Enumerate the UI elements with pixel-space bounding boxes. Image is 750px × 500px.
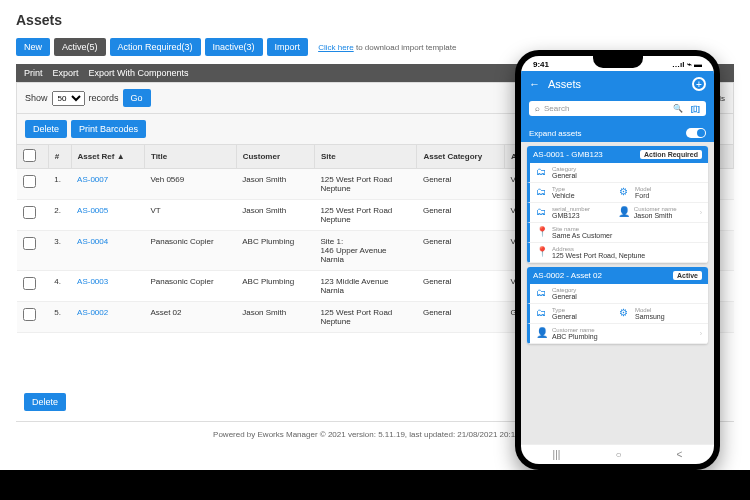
row-site: Site 1: 146 Upper Avenue Narnia [314,231,416,271]
go-button[interactable]: Go [123,89,151,107]
col-num[interactable]: # [48,145,71,169]
active-filter-button[interactable]: Active(5) [54,38,106,56]
row-title: Veh 0569 [144,169,236,200]
row-customer: ABC Plumbing [236,231,314,271]
row-num: 3. [48,231,71,271]
asset-ref-link[interactable]: AS-0003 [77,277,108,286]
col-category[interactable]: Asset Category [417,145,505,169]
delete-button-bottom[interactable]: Delete [24,393,66,411]
expand-label: Expand assets [529,129,581,138]
row-num: 2. [48,200,71,231]
select-all-checkbox[interactable] [23,149,36,162]
row-checkbox[interactable] [23,308,36,321]
nav-home-icon[interactable]: ○ [615,449,621,460]
page-title: Assets [16,12,734,28]
row-checkbox[interactable] [23,277,36,290]
action-required-filter-button[interactable]: Action Required(3) [110,38,201,56]
asset-card[interactable]: AS-0002 - Asset 02 Active 🗂 CategoryGene… [527,267,708,344]
row-title: Panasonic Copier [144,231,236,271]
type-icon: 🗂 [536,307,552,320]
asset-ref-link[interactable]: AS-0004 [77,237,108,246]
row-customer: Jason Smith [236,169,314,200]
row-checkbox[interactable] [23,175,36,188]
col-title[interactable]: Title [144,145,236,169]
asset-ref-link[interactable]: AS-0007 [77,175,108,184]
show-label: Show [25,93,48,103]
site-icon: 📍 [536,226,552,239]
phone-title: Assets [548,78,581,90]
category-icon: 🗂 [536,287,552,300]
category-icon: 🗂 [536,166,552,179]
export-link[interactable]: Export [53,68,79,78]
records-label: records [89,93,119,103]
status-badge: Action Required [640,150,702,159]
row-site: 125 West Port Road Neptune [314,200,416,231]
asset-card-title: AS-0002 - Asset 02 [533,271,602,280]
row-checkbox[interactable] [23,206,36,219]
asset-ref-link[interactable]: AS-0002 [77,308,108,317]
model-icon: ⚙ [619,186,635,199]
import-button[interactable]: Import [267,38,309,56]
col-site[interactable]: Site [314,145,416,169]
phone-signal-icon: …ıl ⌁ ▬ [672,60,702,69]
nav-back-icon[interactable]: < [677,449,683,460]
phone-notch [593,56,643,68]
barcode-scan-icon[interactable]: [▯] [691,104,700,113]
row-category: General [417,302,505,333]
export-components-link[interactable]: Export With Components [89,68,189,78]
row-site: 123 Middle Avenue Narnia [314,271,416,302]
row-checkbox[interactable] [23,237,36,250]
col-checkbox [17,145,49,169]
add-asset-icon[interactable]: + [692,77,706,91]
row-category: General [417,271,505,302]
nav-recent-icon[interactable]: ||| [553,449,561,460]
type-icon: 🗂 [536,186,552,199]
address-icon: 📍 [536,246,552,259]
phone-search-bar[interactable]: ⌕ Search 🔍 [▯] [529,101,706,116]
row-num: 1. [48,169,71,200]
row-category: General [417,169,505,200]
row-customer: ABC Plumbing [236,271,314,302]
row-site: 125 West Port Road Neptune [314,302,416,333]
print-link[interactable]: Print [24,68,43,78]
asset-ref-link[interactable]: AS-0005 [77,206,108,215]
row-num: 5. [48,302,71,333]
page-size-select[interactable]: 50 [52,91,85,106]
col-ref[interactable]: Asset Ref ▲ [71,145,144,169]
back-icon[interactable]: ← [529,78,540,90]
row-customer: Jason Smith [236,302,314,333]
model-icon: ⚙ [619,307,635,320]
row-num: 4. [48,271,71,302]
chevron-right-icon: › [700,209,702,216]
row-title: Asset 02 [144,302,236,333]
status-badge: Active [673,271,702,280]
download-template-link[interactable]: Click here to download import template [318,43,456,52]
delete-button[interactable]: Delete [25,120,67,138]
expand-toggle[interactable] [686,128,706,138]
new-button[interactable]: New [16,38,50,56]
serial-icon: 🗂 [536,206,552,219]
phone-mockup: 9:41 …ıl ⌁ ▬ ← Assets + ⌕ Search 🔍 [▯] E… [515,50,720,470]
customer-icon: 👤 [536,327,552,340]
search-icon: ⌕ [535,104,540,113]
search-submit-icon[interactable]: 🔍 [673,104,683,113]
asset-card[interactable]: AS-0001 - GMB123 Action Required 🗂 Categ… [527,146,708,263]
row-customer: Jason Smith [236,200,314,231]
search-placeholder: Search [544,104,569,113]
inactive-filter-button[interactable]: Inactive(3) [205,38,263,56]
asset-card-title: AS-0001 - GMB123 [533,150,603,159]
chevron-right-icon: › [700,330,702,337]
row-title: Panasonic Copier [144,271,236,302]
phone-app-header: ← Assets + [521,71,714,97]
black-footer-strip [0,470,750,500]
row-category: General [417,231,505,271]
row-site: 125 West Port Road Neptune [314,169,416,200]
print-barcodes-button[interactable]: Print Barcodes [71,120,146,138]
row-category: General [417,200,505,231]
row-title: VT [144,200,236,231]
phone-nav-bar: ||| ○ < [521,444,714,464]
customer-icon: 👤 [618,206,634,219]
expand-assets-row: Expand assets [521,124,714,142]
col-customer[interactable]: Customer [236,145,314,169]
phone-time: 9:41 [533,60,549,69]
